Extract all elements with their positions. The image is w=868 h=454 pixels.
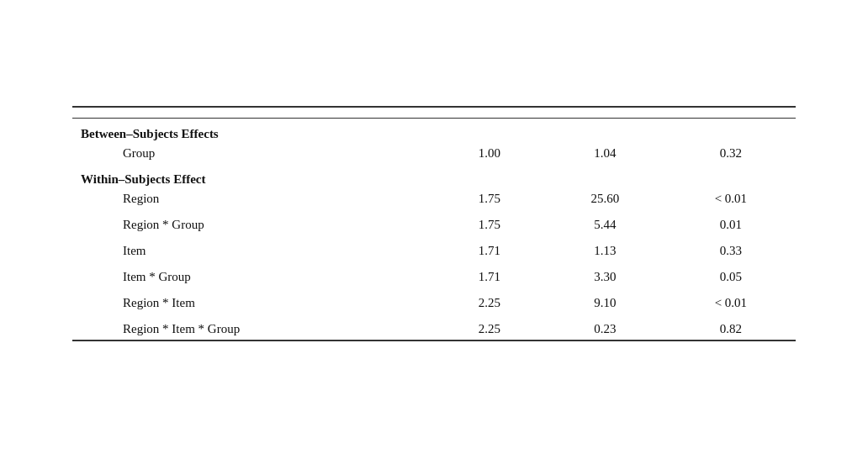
- anova-table: Between–Subjects Effects Group 1.00 1.04…: [72, 106, 796, 348]
- table-footer-line: [72, 340, 796, 348]
- row-df: 2.25: [435, 288, 544, 314]
- table-row: Region * Item * Group 2.25 0.23 0.82: [72, 314, 796, 340]
- row-label: Item * Group: [72, 261, 435, 288]
- row-label: Region * Item * Group: [72, 314, 435, 340]
- section-header-row: Within–Subjects Effect: [72, 164, 796, 188]
- table-row: Item * Group 1.71 3.30 0.05: [72, 261, 796, 288]
- section-header-df: [435, 164, 544, 188]
- row-df: 1.71: [435, 261, 544, 288]
- col-header-df: [435, 107, 544, 119]
- row-f: 1.04: [544, 143, 666, 164]
- row-sig: 0.82: [666, 314, 796, 340]
- table-row: Region * Group 1.75 5.44 0.01: [72, 209, 796, 235]
- row-f: 5.44: [544, 209, 666, 235]
- row-df: 2.25: [435, 314, 544, 340]
- row-label: Region * Group: [72, 209, 435, 235]
- row-f: 25.60: [544, 188, 666, 209]
- section-header-f: [544, 119, 666, 144]
- table-row: Group 1.00 1.04 0.32: [72, 143, 796, 164]
- section-header-f: [544, 164, 666, 188]
- section-header-sig: [666, 119, 796, 144]
- table-row: Region 1.75 25.60 < 0.01: [72, 188, 796, 209]
- section-header-sig: [666, 164, 796, 188]
- row-f: 0.23: [544, 314, 666, 340]
- row-df: 1.71: [435, 235, 544, 261]
- row-sig: 0.05: [666, 261, 796, 288]
- row-label: Group: [72, 143, 435, 164]
- col-header-sig: [666, 107, 796, 119]
- row-label: Region * Item: [72, 288, 435, 314]
- col-header-f: [544, 107, 666, 119]
- row-sig: 0.01: [666, 209, 796, 235]
- col-header-item: [72, 107, 435, 119]
- section-header-df: [435, 119, 544, 144]
- table-row: Region * Item 2.25 9.10 < 0.01: [72, 288, 796, 314]
- row-sig: < 0.01: [666, 188, 796, 209]
- section-header-label: Within–Subjects Effect: [72, 164, 435, 188]
- row-sig: 0.33: [666, 235, 796, 261]
- row-label: Item: [72, 235, 435, 261]
- section-header-row: Between–Subjects Effects: [72, 119, 796, 144]
- row-df: 1.75: [435, 209, 544, 235]
- stats-table-container: Between–Subjects Effects Group 1.00 1.04…: [72, 106, 796, 348]
- row-label: Region: [72, 188, 435, 209]
- row-df: 1.75: [435, 188, 544, 209]
- row-sig: < 0.01: [666, 288, 796, 314]
- section-header-label: Between–Subjects Effects: [72, 119, 435, 144]
- row-f: 1.13: [544, 235, 666, 261]
- row-df: 1.00: [435, 143, 544, 164]
- row-sig: 0.32: [666, 143, 796, 164]
- row-f: 3.30: [544, 261, 666, 288]
- row-f: 9.10: [544, 288, 666, 314]
- table-row: Item 1.71 1.13 0.33: [72, 235, 796, 261]
